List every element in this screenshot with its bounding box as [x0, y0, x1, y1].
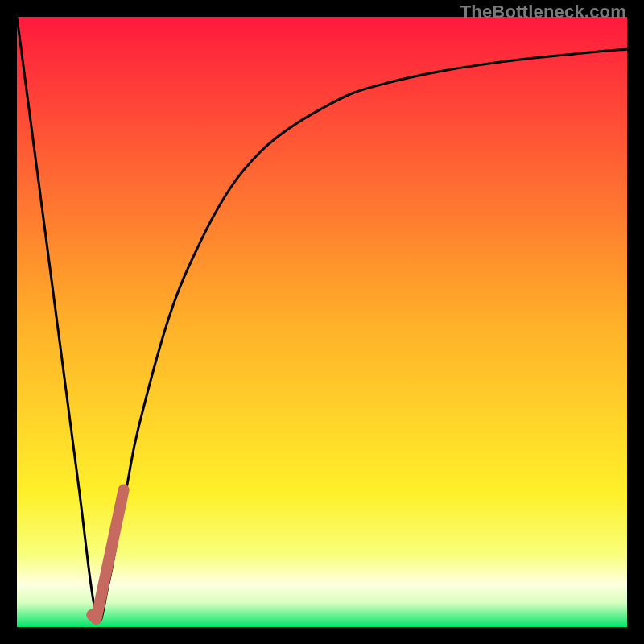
plot-area	[17, 17, 627, 627]
watermark-text: TheBottleneck.com	[460, 2, 626, 23]
chart-svg	[17, 17, 627, 627]
chart-frame: TheBottleneck.com	[0, 0, 644, 644]
